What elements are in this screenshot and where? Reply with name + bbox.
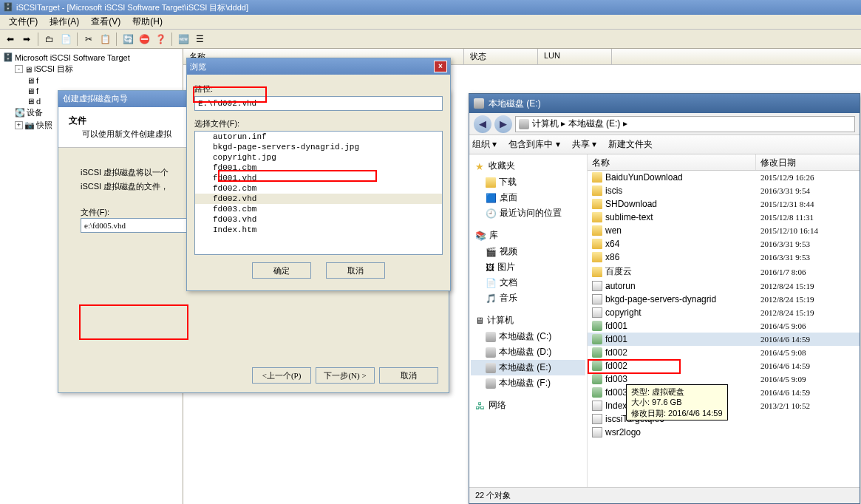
nav-favorites[interactable]: ★收藏夹 [471,157,585,174]
col-moddate[interactable]: 修改日期 [756,154,860,170]
file-row[interactable]: autorun2012/8/24 15:19 [588,279,860,293]
menu-file[interactable]: 文件(F) [3,14,44,30]
file-label: 文件(F): [81,208,109,217]
explorer-tree: ★收藏夹 下载 🟦 桌面 🕘 最近访问的位置 📚 库 🎬 视频 🖼 图片 📄 文… [469,154,588,487]
nav-computer[interactable]: 🖥 计算机 [471,312,585,329]
file-row[interactable]: 百度云2016/1/7 8:06 [588,264,860,279]
next-button[interactable]: 下一步(N) > [316,367,375,384]
nav-documents[interactable]: 📄 文档 [471,275,585,290]
help-icon[interactable]: ❓ [153,32,168,47]
file-row[interactable]: fd0022016/4/5 9:08 [588,346,860,359]
new-folder-button[interactable]: 新建文件夹 [608,138,653,151]
nav-drive-d[interactable]: 本地磁盘 (D:) [471,344,585,360]
stop-icon[interactable]: ⛔ [137,32,152,47]
browse-file-item[interactable]: autorun.inf [195,132,442,142]
select-file-label: 选择文件(F): [194,118,443,129]
file-row[interactable]: copyright2012/8/24 15:19 [588,306,860,319]
browse-file-item[interactable]: fd003.vhd [195,214,442,225]
organize-menu[interactable]: 组织 ▾ [472,138,497,151]
file-row[interactable]: x862016/3/31 9:53 [588,251,860,264]
browse-file-item[interactable]: fd003.cbm [195,204,442,214]
file-row[interactable]: x642016/3/31 9:53 [588,237,860,251]
tree-target-1[interactable]: 🖥 f [27,75,180,86]
browse-file-item[interactable]: fd002.vhd [195,194,442,204]
file-row[interactable]: iscis2016/3/31 9:54 [588,184,860,197]
menubar: 文件(F) 操作(A) 查看(V) 帮助(H) [0,15,861,30]
cut-icon[interactable]: ✂ [81,32,96,47]
browse-file-item[interactable]: copyright.jpg [195,152,442,163]
file-row[interactable]: wsr2logo [588,426,860,439]
browse-file-item[interactable]: Index.htm [195,225,442,235]
file-list[interactable]: autorun.infbkgd-page-servers-dynagrid.jp… [194,131,443,255]
file-row[interactable]: fd0022016/4/6 14:59 [588,359,860,372]
library-menu[interactable]: 包含到库中 ▾ [508,138,559,151]
nav-desktop[interactable]: 🟦 桌面 [471,190,585,205]
tree-root[interactable]: 🗄️ Microsoft iSCSI Software Target [3,52,180,63]
explorer-title: 本地磁盘 (E:) [489,98,541,110]
file-row[interactable]: fd0012016/4/5 9:06 [588,319,860,333]
menu-action[interactable]: 操作(A) [44,14,85,30]
new-icon[interactable]: 🆕 [176,32,191,47]
close-icon[interactable]: × [434,61,447,72]
file-row[interactable]: BaiduYunDownload2015/12/9 16:26 [588,171,860,184]
explorer-files: 名称 修改日期 BaiduYunDownload2015/12/9 16:26i… [588,154,860,487]
nav-music[interactable]: 🎵 音乐 [471,290,585,306]
col-status[interactable]: 状态 [464,49,538,64]
browse-titlebar: 浏览 × [187,58,450,75]
cancel-button[interactable]: 取消 [379,367,438,384]
nav-downloads[interactable]: 下载 [471,174,585,190]
prev-button[interactable]: <上一个(P) [252,367,311,384]
menu-help[interactable]: 帮助(H) [126,14,169,30]
explorer-titlebar: 本地磁盘 (E:) [469,94,860,113]
toolbar: ⬅ ➡ 🗀 📄 ✂ 📋 🔄 ⛔ ❓ 🆕 ☰ [0,30,861,49]
nav-network[interactable]: 🖧网络 [471,397,585,414]
list-icon[interactable]: ☰ [192,32,207,47]
path-label: 路径: [194,84,443,95]
nav-forward-icon[interactable]: ▶ [494,115,512,133]
ok-button[interactable]: 确定 [252,262,311,279]
col-lun[interactable]: LUN [538,49,612,64]
nav-drive-e[interactable]: 本地磁盘 (E:) [471,360,585,375]
up-icon[interactable]: 🗀 [42,32,57,47]
file-row[interactable]: fd0012016/4/6 14:59 [588,333,860,346]
col-filename[interactable]: 名称 [588,154,756,170]
drive-icon [519,119,529,129]
nav-pictures[interactable]: 🖼 图片 [471,259,585,275]
tree-targets[interactable]: - 🖥 iSCSI 目标 [15,63,180,75]
forward-icon[interactable]: ➡ [19,32,34,47]
address-bar[interactable]: 计算机 ▸ 本地磁盘 (E:) ▸ [515,116,855,132]
file-row[interactable]: sublime-text2015/12/8 11:31 [588,211,860,224]
browse-file-item[interactable]: fd001.cbm [195,163,442,173]
path-input[interactable] [194,96,443,111]
file-row[interactable]: SHDownload2015/12/31 8:44 [588,197,860,211]
nav-recent[interactable]: 🕘 最近访问的位置 [471,205,585,221]
browse-dialog: 浏览 × 路径: 选择文件(F): autorun.infbkgd-page-s… [186,58,451,291]
browse-title-text: 浏览 [190,61,206,72]
file-tooltip: 类型: 虚拟硬盘 大小: 97.6 GB 修改日期: 2016/4/6 14:5… [626,384,728,420]
props-icon[interactable]: 📄 [58,32,73,47]
file-row[interactable]: bkgd-page-servers-dynagrid2012/8/24 15:1… [588,293,860,306]
drive-icon [474,98,484,109]
menu-view[interactable]: 查看(V) [85,14,126,30]
explorer-nav: ◀ ▶ 计算机 ▸ 本地磁盘 (E:) ▸ [469,113,860,135]
browse-file-item[interactable]: fd001.vhd [195,173,442,183]
breadcrumb: 计算机 ▸ 本地磁盘 (E:) ▸ [532,118,627,130]
explorer-window: 本地磁盘 (E:) ◀ ▶ 计算机 ▸ 本地磁盘 (E:) ▸ 组织 ▾ 包含到… [469,93,860,504]
annotation-box [79,304,188,340]
share-menu[interactable]: 共享 ▾ [572,138,596,151]
refresh-icon[interactable]: 🔄 [120,32,135,47]
app-icon: 🗄️ [3,2,13,13]
browse-cancel-button[interactable]: 取消 [326,262,385,279]
browse-file-item[interactable]: fd002.cbm [195,183,442,194]
nav-drive-f[interactable]: 本地磁盘 (F:) [471,375,585,391]
app-titlebar: 🗄️ iSCSITarget - [Microsoft iSCSI Softwa… [0,0,861,15]
app-title: iSCSITarget - [Microsoft iSCSI Software … [16,2,248,13]
back-icon[interactable]: ⬅ [3,32,18,47]
nav-video[interactable]: 🎬 视频 [471,244,585,259]
copy-icon[interactable]: 📋 [98,32,112,47]
file-row[interactable]: wen2015/12/10 16:14 [588,224,860,237]
nav-back-icon[interactable]: ◀ [474,115,491,133]
browse-file-item[interactable]: bkgd-page-servers-dynagrid.jpg [195,142,442,152]
nav-drive-c[interactable]: 本地磁盘 (C:) [471,329,585,344]
nav-libraries[interactable]: 📚 库 [471,227,585,244]
